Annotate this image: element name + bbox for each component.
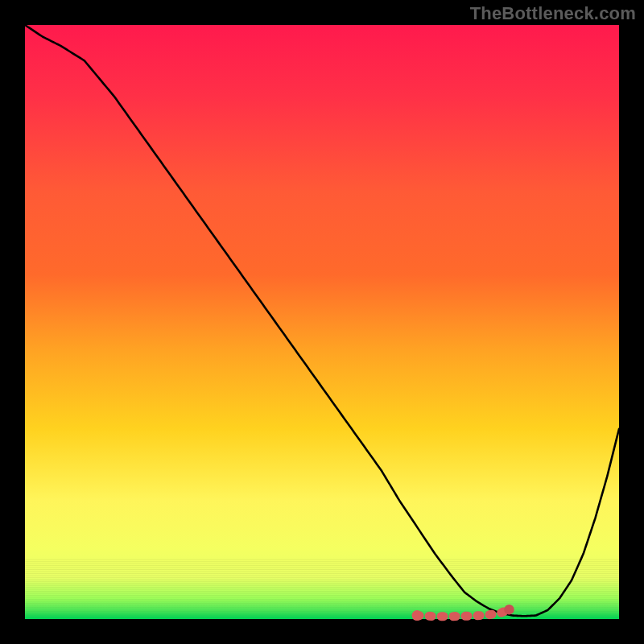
chart-stage: TheBottleneck.com: [0, 0, 644, 644]
bottleneck-chart: [0, 0, 644, 644]
watermark-text: TheBottleneck.com: [470, 3, 636, 24]
svg-point-33: [504, 605, 514, 614]
svg-rect-1: [25, 25, 619, 619]
svg-point-32: [412, 610, 423, 621]
